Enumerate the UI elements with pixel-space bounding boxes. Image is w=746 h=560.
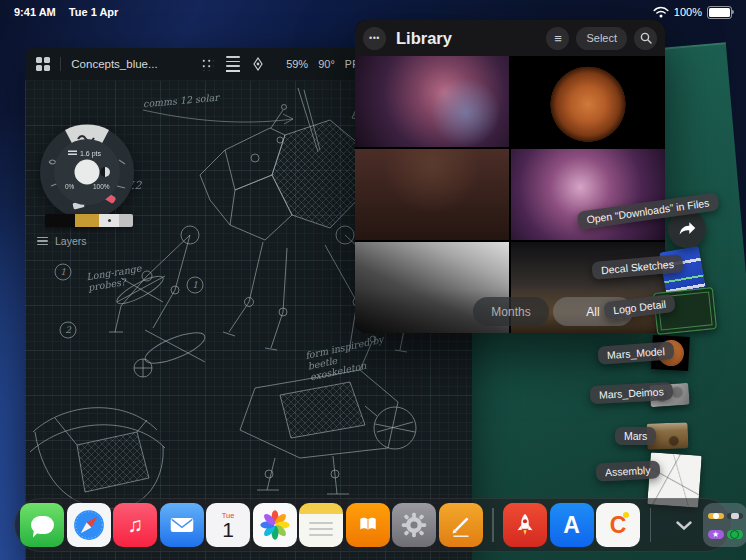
list-filter-button[interactable]: ≡ bbox=[546, 27, 569, 50]
more-options-button[interactable]: ••• bbox=[363, 27, 386, 50]
tab-months[interactable]: Months bbox=[473, 297, 549, 326]
pen-nib-icon[interactable] bbox=[251, 55, 266, 73]
dock-messages-icon[interactable] bbox=[20, 503, 64, 547]
dock-rocket-icon[interactable] bbox=[503, 503, 547, 547]
dock-divider bbox=[492, 508, 494, 542]
battery-percent: 100% bbox=[674, 6, 702, 18]
swatch-gold[interactable] bbox=[75, 214, 99, 227]
search-button[interactable] bbox=[634, 27, 657, 50]
layers-button[interactable]: Layers bbox=[37, 235, 87, 247]
app-library-tips-icon bbox=[708, 513, 724, 519]
layers-icon bbox=[37, 237, 48, 246]
battery-icon bbox=[707, 6, 732, 19]
dock-divider bbox=[650, 508, 652, 542]
swatch-white-selected[interactable] bbox=[99, 214, 119, 227]
toolbar-divider bbox=[60, 57, 61, 71]
dock-app-library-icon[interactable]: ★ bbox=[703, 503, 746, 547]
swatch-black[interactable] bbox=[45, 214, 75, 227]
stroke-size-value: 1.6 pts bbox=[80, 150, 102, 158]
status-right: 100% bbox=[653, 6, 732, 19]
drag-label-mars[interactable]: Mars bbox=[615, 427, 656, 445]
tool-lines-icon[interactable] bbox=[225, 55, 240, 73]
layers-label: Layers bbox=[55, 235, 87, 247]
sketch-number-3: 1 bbox=[192, 280, 198, 290]
dock-notes-icon[interactable] bbox=[299, 503, 343, 547]
photo-mars-planet[interactable] bbox=[511, 56, 665, 147]
app-store-letter: A bbox=[563, 512, 580, 539]
date: Tue 1 Apr bbox=[69, 6, 119, 18]
tool-wheel[interactable]: 1.6 pts 0% 100% bbox=[39, 124, 135, 220]
dock-photos-icon[interactable] bbox=[253, 503, 297, 547]
sketch-number-2: 2 bbox=[65, 325, 72, 335]
dock-sketch-pen-icon[interactable] bbox=[439, 503, 483, 547]
app-library-star-icon: ★ bbox=[708, 530, 724, 539]
dock: ♫ Tue 1 A C bbox=[14, 498, 732, 552]
dock-settings-icon[interactable] bbox=[392, 503, 436, 547]
chevron-down-icon[interactable] bbox=[667, 503, 701, 547]
app-grid-icon[interactable] bbox=[35, 55, 50, 73]
app-library-camera-icon bbox=[727, 513, 743, 519]
drag-label-assembly[interactable]: Assembly bbox=[596, 460, 660, 481]
dock-books-icon[interactable] bbox=[346, 503, 390, 547]
calendar-date: 1 bbox=[222, 519, 234, 540]
status-left: 9:41 AM Tue 1 Apr bbox=[14, 6, 128, 18]
thumbnails-grid-icon[interactable] bbox=[200, 55, 215, 73]
dock-shapr-icon[interactable]: C bbox=[596, 503, 640, 547]
swatch-gray[interactable] bbox=[119, 214, 133, 227]
ipad-screen: 9:41 AM Tue 1 Apr 100% Concepts_blue... bbox=[0, 0, 746, 560]
share-forward-arrow-icon bbox=[676, 218, 698, 240]
photos-library-window: ••• Library ≡ Select Months All bbox=[355, 20, 665, 333]
color-palette-strip[interactable] bbox=[45, 214, 133, 227]
zoom-level[interactable]: 59% bbox=[286, 58, 308, 70]
library-header: ••• Library ≡ Select bbox=[355, 20, 665, 56]
document-title[interactable]: Concepts_blue... bbox=[71, 58, 157, 70]
search-icon bbox=[640, 32, 652, 44]
rotation-value[interactable]: 90° bbox=[318, 58, 335, 70]
dock-music-icon[interactable]: ♫ bbox=[113, 503, 157, 547]
sketch-number-1: 1 bbox=[60, 267, 66, 277]
wheel-center-button bbox=[75, 160, 100, 185]
dock-mail-icon[interactable] bbox=[160, 503, 204, 547]
clock: 9:41 AM bbox=[14, 6, 56, 18]
select-button[interactable]: Select bbox=[576, 27, 627, 50]
library-title: Library bbox=[396, 29, 452, 48]
photo-mars-desert[interactable] bbox=[355, 149, 509, 240]
opacity-min-label: 0% bbox=[65, 183, 75, 190]
opacity-max-label: 100% bbox=[93, 183, 110, 190]
dock-calendar-icon[interactable]: Tue 1 bbox=[206, 503, 250, 547]
dock-app-store-icon[interactable]: A bbox=[550, 503, 594, 547]
app-library-circle-icon bbox=[727, 530, 743, 539]
wifi-icon bbox=[653, 6, 669, 18]
status-bar: 9:41 AM Tue 1 Apr 100% bbox=[0, 0, 746, 24]
dock-safari-icon[interactable] bbox=[67, 503, 111, 547]
shapr-letter: C bbox=[610, 512, 627, 539]
photo-nebula-horsehead[interactable] bbox=[355, 56, 509, 147]
